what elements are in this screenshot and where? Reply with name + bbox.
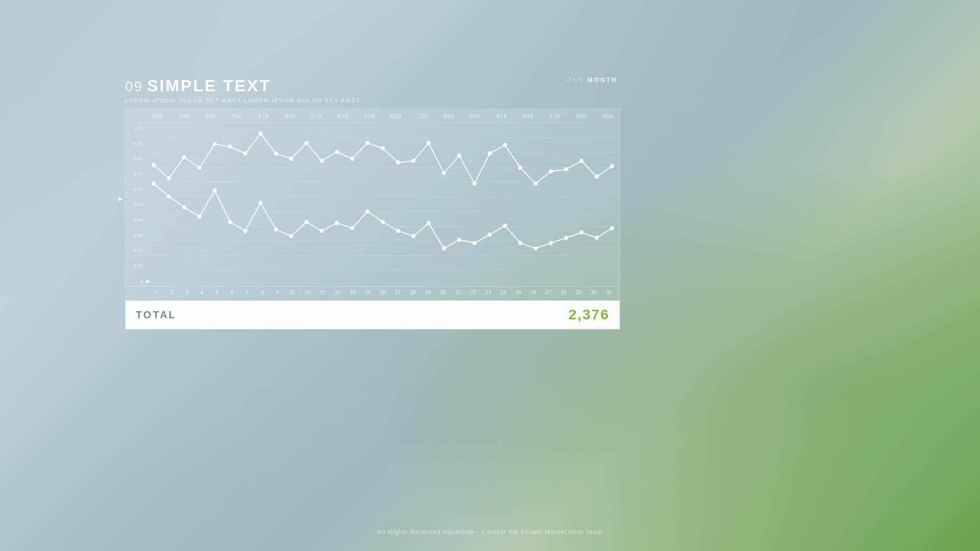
y-label-09k: 09K [134, 141, 143, 146]
y-label-06k: 06K [134, 187, 143, 192]
x-label-22: 22 [467, 290, 480, 295]
x-label-8: 8 [256, 290, 269, 295]
svg-point-58 [411, 234, 415, 238]
svg-point-51 [304, 220, 308, 224]
left-arrow-indicator: ▶ [118, 195, 123, 202]
svg-point-10 [152, 163, 156, 167]
top-val-3: 650 [203, 113, 218, 119]
x-label-21: 21 [452, 290, 465, 295]
svg-point-41 [152, 182, 156, 186]
svg-point-53 [335, 221, 339, 225]
x-labels: 1 2 3 4 5 6 7 8 9 10 11 12 13 14 15 16 1… [146, 290, 620, 295]
x-label-26: 26 [527, 290, 540, 295]
y-label-0: 0 [140, 279, 143, 284]
x-label-14: 14 [346, 290, 359, 295]
svg-point-15 [228, 144, 232, 148]
y-label-03k: 03K [134, 233, 143, 238]
svg-point-57 [396, 229, 400, 233]
x-label-27: 27 [542, 290, 555, 295]
svg-point-52 [320, 229, 324, 233]
svg-point-32 [488, 152, 492, 156]
title-row: 09 SIMPLE TEXT [125, 77, 620, 95]
svg-point-13 [198, 166, 202, 170]
x-label-6: 6 [226, 290, 239, 295]
svg-point-70 [595, 236, 599, 240]
x-label-11: 11 [301, 290, 314, 295]
top-val-18: 650 [600, 113, 616, 119]
x-label-18: 18 [406, 290, 420, 295]
svg-point-47 [243, 229, 248, 233]
svg-point-71 [610, 226, 614, 230]
svg-point-50 [289, 234, 293, 238]
x-label-7: 7 [240, 290, 254, 295]
header-section: 09 SIMPLE TEXT LOREM IPSUM DOLOR SET AME… [125, 77, 620, 104]
x-label-23: 23 [482, 290, 495, 295]
x-label-1: 1 [150, 290, 163, 295]
top-val-12: 850 [442, 113, 457, 119]
top-val-1: 500 [150, 113, 165, 119]
x-label-4: 4 [195, 290, 209, 295]
top-val-6: 970 [282, 113, 298, 119]
x-label-5: 5 [210, 290, 224, 295]
svg-point-11 [167, 176, 171, 180]
svg-point-20 [304, 141, 308, 145]
svg-point-61 [457, 238, 461, 242]
y-label-01k: 01K [134, 263, 143, 268]
x-label-16: 16 [376, 290, 389, 295]
footer-text: All Rights Reserved Aquavitae - Contact … [377, 529, 603, 536]
title-subtitle: LOREM IPSUM DOLOR SET AMET LOREM IPSUM D… [125, 97, 620, 104]
x-label-30: 30 [587, 290, 600, 295]
svg-point-48 [259, 201, 263, 205]
svg-point-49 [274, 227, 278, 231]
y-label-08k: 08K [134, 156, 143, 161]
svg-point-40 [610, 164, 614, 168]
top-val-5: 970 [256, 113, 272, 119]
x-label-25: 25 [512, 290, 525, 295]
svg-point-26 [396, 160, 400, 164]
top-val-4: 750 [230, 113, 245, 119]
svg-point-59 [427, 221, 431, 225]
svg-point-12 [182, 155, 186, 159]
svg-point-63 [488, 233, 492, 237]
svg-point-28 [427, 141, 431, 145]
x-label-31: 31 [602, 290, 616, 295]
svg-point-66 [533, 246, 537, 251]
svg-point-62 [473, 241, 477, 245]
svg-point-29 [442, 171, 446, 175]
svg-point-33 [503, 143, 507, 147]
top-val-16: 730 [547, 113, 562, 119]
svg-point-17 [259, 132, 263, 136]
top-values-row: 500 700 650 750 970 970 970 970 970 630 … [126, 109, 620, 123]
svg-point-44 [198, 215, 202, 219]
svg-point-37 [564, 167, 568, 171]
top-val-13: 950 [468, 113, 483, 119]
total-bar: TOTAL 2,376 [126, 300, 620, 329]
svg-point-34 [518, 166, 522, 170]
svg-point-19 [289, 157, 293, 161]
svg-point-42 [167, 194, 171, 198]
svg-point-18 [274, 152, 278, 156]
chart-area [146, 123, 620, 286]
svg-point-43 [182, 205, 186, 209]
title-number: 09 [125, 79, 143, 95]
svg-point-65 [518, 241, 522, 245]
svg-point-25 [381, 146, 385, 150]
y-label-05k: 05K [134, 202, 143, 207]
svg-point-21 [320, 159, 324, 163]
x-label-13: 13 [331, 290, 344, 295]
main-content: 09 SIMPLE TEXT LOREM IPSUM DOLOR SET AME… [125, 77, 620, 330]
svg-point-45 [213, 188, 217, 192]
top-val-8: 970 [335, 113, 351, 119]
y-label-07k: 07K [134, 171, 143, 177]
top-val-15: 970 [521, 113, 536, 119]
top-val-14: 970 [494, 113, 509, 119]
period-one: ONE [567, 77, 584, 84]
x-label-28: 28 [557, 290, 570, 295]
svg-point-54 [350, 226, 354, 230]
svg-point-24 [365, 141, 370, 145]
svg-point-16 [243, 152, 248, 156]
x-label-9: 9 [271, 290, 284, 295]
top-val-10: 630 [388, 113, 404, 119]
svg-point-39 [595, 174, 599, 179]
svg-point-23 [350, 157, 354, 161]
